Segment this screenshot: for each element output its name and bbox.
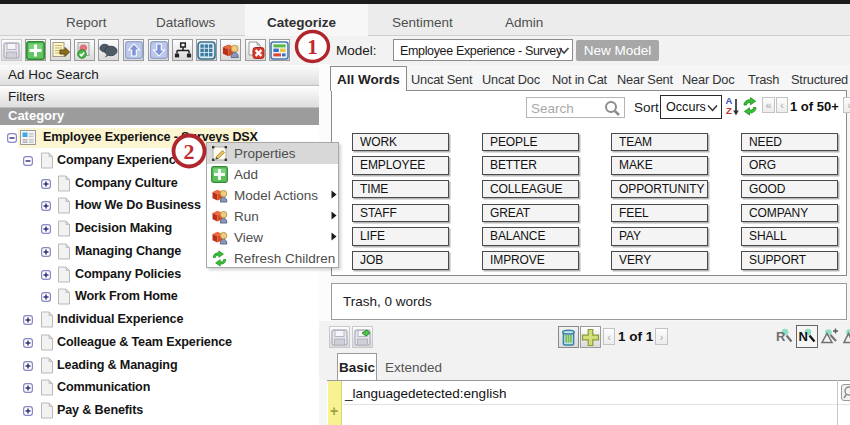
svg-text:Z: Z bbox=[726, 105, 732, 116]
svg-text:1: 1 bbox=[307, 35, 318, 59]
svg-text:2: 2 bbox=[184, 139, 195, 164]
